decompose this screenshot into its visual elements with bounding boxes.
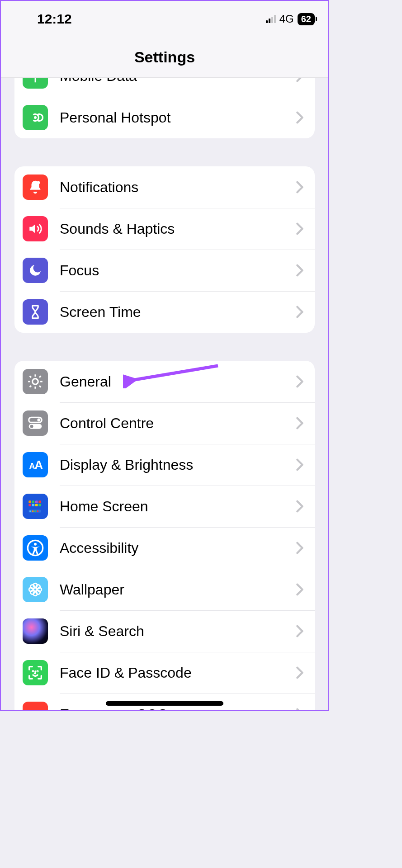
settings-row-focus[interactable]: Focus — [14, 250, 315, 291]
bell-icon — [23, 175, 48, 200]
row-label: Personal Hotspot — [60, 109, 296, 126]
status-indicators: 4G 62 — [266, 13, 315, 25]
chevron-right-icon — [296, 542, 304, 554]
row-label: Accessibility — [60, 540, 296, 557]
row-label: Screen Time — [60, 304, 296, 321]
settings-row-display-brightness[interactable]: AADisplay & Brightness — [14, 444, 315, 486]
moon-icon — [23, 258, 48, 283]
svg-rect-13 — [28, 504, 31, 507]
nav-bar: Settings — [1, 37, 328, 78]
page-title: Settings — [134, 48, 195, 66]
svg-point-0 — [34, 116, 37, 119]
settings-group: NotificationsSounds & HapticsFocusScreen… — [14, 166, 315, 333]
svg-rect-18 — [29, 510, 31, 512]
settings-row-control-centre[interactable]: Control Centre — [14, 402, 315, 444]
row-label: Face ID & Passcode — [60, 665, 296, 681]
settings-row-sounds-haptics[interactable]: Sounds & Haptics — [14, 208, 315, 250]
settings-row-general[interactable]: General — [14, 361, 315, 402]
settings-row-mobile-data[interactable]: Mobile Data — [14, 78, 315, 97]
accessibility-icon — [23, 535, 48, 561]
status-time: 12:12 — [37, 11, 72, 27]
siri-icon — [23, 618, 48, 644]
svg-point-1 — [37, 181, 40, 184]
row-label: Notifications — [60, 179, 296, 196]
chevron-right-icon — [296, 264, 304, 277]
svg-rect-9 — [28, 500, 31, 503]
row-label: Display & Brightness — [60, 457, 296, 473]
svg-point-31 — [30, 590, 34, 594]
svg-rect-11 — [35, 500, 38, 503]
settings-group: GeneralControl CentreAADisplay & Brightn… — [14, 361, 315, 710]
chevron-right-icon — [296, 708, 304, 710]
settings-row-home-screen[interactable]: Home Screen — [14, 486, 315, 527]
sos-icon: SOS — [23, 702, 48, 710]
svg-rect-14 — [32, 504, 35, 507]
row-label: Home Screen — [60, 498, 296, 515]
settings-row-siri-search[interactable]: Siri & Search — [14, 610, 315, 652]
svg-point-34 — [37, 671, 38, 672]
settings-row-wallpaper[interactable]: Wallpaper — [14, 569, 315, 610]
chevron-right-icon — [296, 500, 304, 513]
row-label: Mobile Data — [60, 78, 296, 85]
chevron-right-icon — [296, 458, 304, 471]
battery-indicator: 62 — [298, 13, 315, 25]
svg-point-32 — [36, 590, 40, 594]
row-label: Sounds & Haptics — [60, 221, 296, 237]
speaker-icon — [23, 216, 48, 241]
row-label: Emergency SOS — [60, 706, 296, 711]
settings-row-face-id-passcode[interactable]: Face ID & Passcode — [14, 652, 315, 693]
settings-row-notifications[interactable]: Notifications — [14, 166, 315, 208]
svg-rect-10 — [32, 500, 35, 503]
settings-group: Mobile DataPersonal Hotspot — [14, 78, 315, 138]
textsize-icon: AA — [23, 452, 48, 477]
svg-point-3 — [37, 418, 40, 421]
chevron-right-icon — [296, 375, 304, 388]
svg-rect-20 — [34, 510, 36, 512]
home-indicator — [106, 701, 223, 706]
gear-icon — [23, 369, 48, 394]
cellular-signal-icon — [266, 15, 276, 23]
chevron-right-icon — [296, 583, 304, 596]
svg-text:A: A — [35, 458, 43, 471]
antenna-icon — [23, 78, 48, 89]
svg-point-5 — [30, 425, 33, 428]
toggles-icon — [23, 410, 48, 436]
chevron-right-icon — [296, 78, 304, 82]
svg-point-29 — [30, 585, 34, 589]
chevron-right-icon — [296, 222, 304, 235]
settings-row-personal-hotspot[interactable]: Personal Hotspot — [14, 97, 315, 138]
chevron-right-icon — [296, 625, 304, 637]
svg-point-33 — [33, 671, 33, 672]
svg-rect-21 — [37, 510, 39, 512]
settings-row-screen-time[interactable]: Screen Time — [14, 291, 315, 333]
chevron-right-icon — [296, 111, 304, 124]
row-label: Focus — [60, 262, 296, 279]
row-label: Siri & Search — [60, 623, 296, 640]
row-label: General — [60, 373, 296, 390]
flower-icon — [23, 577, 48, 602]
apps-icon — [23, 494, 48, 519]
svg-rect-19 — [32, 510, 34, 512]
svg-rect-12 — [38, 500, 41, 503]
status-bar: 12:12 4G 62 — [1, 1, 328, 37]
settings-row-accessibility[interactable]: Accessibility — [14, 527, 315, 569]
network-type: 4G — [279, 13, 294, 25]
row-label: Wallpaper — [60, 581, 296, 598]
svg-rect-16 — [38, 504, 41, 507]
faceid-icon — [23, 660, 48, 685]
svg-point-23 — [34, 543, 37, 546]
settings-list[interactable]: Mobile DataPersonal HotspotNotifications… — [1, 78, 328, 710]
hourglass-icon — [23, 299, 48, 325]
chevron-right-icon — [296, 181, 304, 193]
hotspot-icon — [23, 105, 48, 130]
chevron-right-icon — [296, 417, 304, 429]
row-label: Control Centre — [60, 415, 296, 432]
chevron-right-icon — [296, 306, 304, 318]
svg-rect-15 — [35, 504, 38, 507]
chevron-right-icon — [296, 666, 304, 679]
svg-point-30 — [36, 585, 40, 589]
